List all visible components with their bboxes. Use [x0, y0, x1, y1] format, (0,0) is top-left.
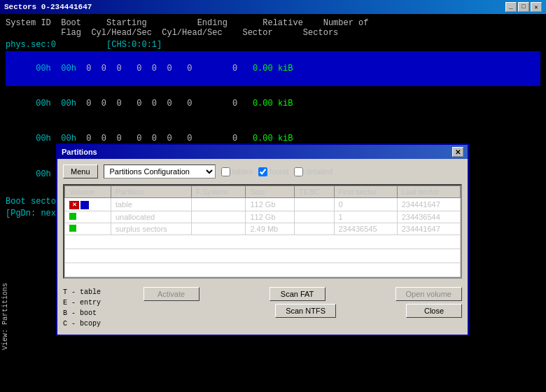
table-row-empty [65, 235, 461, 249]
partitions-table: Volume Partition F.System Size TEBC Firs… [64, 186, 461, 277]
volume-cell [65, 211, 111, 223]
volume-cell: ✕ [65, 198, 111, 211]
fsystem-cell [192, 198, 246, 211]
last-sector-cell: 234436544 [397, 211, 460, 223]
partitions-config-dropdown[interactable]: Partitions Configuration [104, 164, 216, 178]
fsystem-cell [192, 223, 246, 235]
legend-text: T - table E - entry B - boot C - bcopy [63, 287, 101, 329]
found-checkbox[interactable] [258, 167, 267, 176]
tebc-cell [295, 211, 334, 223]
green-square-icon [69, 225, 76, 232]
table-row[interactable]: ✕ table 112 Gb 0 234441647 [65, 198, 461, 211]
dialog-body: Menu Partitions Configuration tables fou… [57, 159, 468, 335]
col-tebc: TEBC [295, 186, 334, 198]
table-row: 00h 00h 0 0 0 0 0 0 0 0 0.00 kiB [6, 86, 540, 121]
legend-e: E - entry [63, 298, 101, 308]
col-volume: Volume [65, 186, 111, 198]
scan-ntfs-button[interactable]: Scan NTFS [275, 304, 336, 318]
window-title: Sectors 0-234441647 [4, 3, 92, 11]
maximize-button[interactable]: □ [518, 2, 529, 12]
detailed-checkbox-label[interactable]: detailed [294, 167, 332, 176]
detailed-label: detailed [305, 167, 332, 176]
tebc-cell [295, 198, 334, 211]
tables-checkbox-label[interactable]: tables [221, 167, 253, 176]
title-bar-buttons: _ □ ✕ [505, 2, 542, 12]
col-size: Size [246, 186, 295, 198]
col-first-sector: First sector [334, 186, 397, 198]
minimize-button[interactable]: _ [505, 2, 517, 12]
partition-cell: unallocated [111, 211, 191, 223]
last-sector-cell: 234441647 [397, 223, 460, 235]
close-dialog-button[interactable]: Close [406, 304, 462, 318]
size-cell: 112 Gb [246, 211, 295, 223]
dialog-title: Partitions [62, 148, 97, 156]
col-fsystem: F.System [192, 186, 246, 198]
sidebar-label: View: Partitions [1, 283, 9, 350]
size-cell: 2.49 Mb [246, 223, 295, 235]
volume-cell [65, 223, 111, 235]
column-headers: System ID Boot Starting Ending Relative … [6, 17, 540, 39]
tebc-cell [295, 223, 334, 235]
menu-button[interactable]: Menu [63, 164, 98, 178]
table-row-empty [65, 249, 461, 263]
found-label: found [270, 167, 289, 176]
table-row[interactable]: surplus sectors 2.49 Mb 234436545 234441… [65, 223, 461, 235]
first-sector-cell: 1 [334, 211, 397, 223]
open-volume-button[interactable]: Open volume [396, 287, 462, 301]
main-window: Sectors 0-234441647 _ □ ✕ System ID Boot… [0, 0, 546, 392]
table-header-row: Volume Partition F.System Size TEBC Firs… [65, 186, 461, 198]
found-checkbox-label[interactable]: found [258, 167, 289, 176]
tables-checkbox[interactable] [221, 167, 230, 176]
table-row: 00h 00h 0 0 0 0 0 0 0 0 0.00 kiB [6, 51, 540, 86]
main-content: System ID Boot Starting Ending Relative … [0, 14, 546, 392]
fsystem-cell [192, 211, 246, 223]
detailed-checkbox[interactable] [294, 167, 303, 176]
activate-button[interactable]: Activate [144, 287, 200, 301]
scan-fat-button[interactable]: Scan FAT [270, 287, 326, 301]
legend-c: C - bcopy [63, 318, 101, 329]
blue-square-icon [80, 201, 89, 209]
col-last-sector: Last sector [397, 186, 460, 198]
table-row-empty [65, 263, 461, 277]
close-button[interactable]: ✕ [531, 2, 542, 12]
first-sector-cell: 234436545 [334, 223, 397, 235]
tables-label: tables [232, 167, 253, 176]
phys-sector-row: phys.sec:0 [CHS:0:0:1] [6, 39, 540, 51]
red-x-icon: ✕ [69, 201, 79, 209]
toolbar-row: Menu Partitions Configuration tables fou… [63, 164, 462, 178]
legend-area: T - table E - entry B - boot C - bcopy A… [63, 284, 462, 329]
size-cell: 112 Gb [246, 198, 295, 211]
bottom-buttons: Activate Scan FAT Open volume Scan NTFS … [144, 287, 462, 318]
partitions-table-container: Volume Partition F.System Size TEBC Firs… [63, 184, 462, 279]
last-sector-cell: 234441647 [397, 198, 460, 211]
partition-cell: table [111, 198, 191, 211]
partitions-dialog: Partitions ✕ Menu Partitions Configurati… [56, 144, 469, 336]
legend-t: T - table [63, 287, 101, 298]
legend-b: B - boot [63, 308, 101, 318]
btn-row-2: Scan NTFS Close [205, 304, 462, 318]
dialog-close-icon[interactable]: ✕ [452, 147, 463, 157]
col-partition: Partition [111, 186, 191, 198]
btn-row-1: Activate Scan FAT Open volume [144, 287, 462, 301]
first-sector-cell: 0 [334, 198, 397, 211]
table-row[interactable]: unallocated 112 Gb 1 234436544 [65, 211, 461, 223]
title-bar: Sectors 0-234441647 _ □ ✕ [0, 0, 546, 14]
partition-cell: surplus sectors [111, 223, 191, 235]
dialog-title-bar: Partitions ✕ [57, 145, 468, 159]
green-square-icon [69, 213, 76, 220]
